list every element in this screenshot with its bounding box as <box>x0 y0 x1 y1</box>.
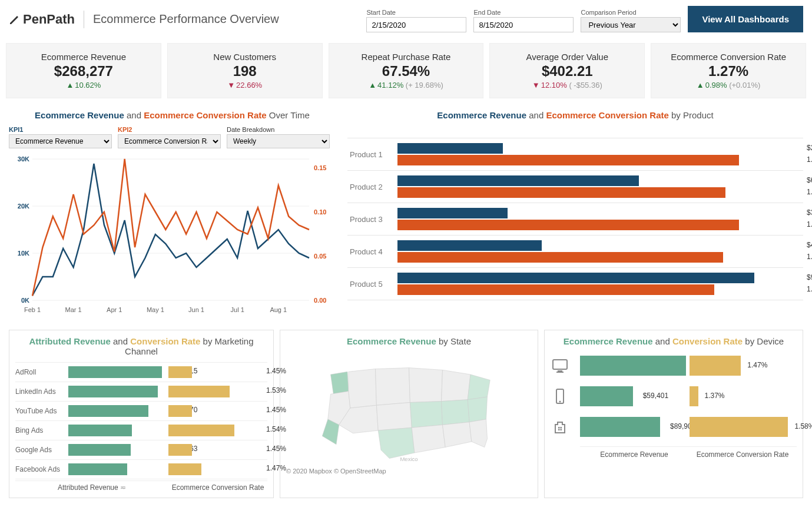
kpi-card: Ecommerce Conversion Rate 1.27% 0.98% (+… <box>651 43 806 98</box>
svg-text:May 1: May 1 <box>147 306 164 313</box>
kpi1-select[interactable]: Ecommerce Revenue <box>9 134 112 148</box>
svg-text:0.00: 0.00 <box>314 297 326 304</box>
device-row: $118,971 1.47% <box>551 354 797 377</box>
product-label: Product 1 <box>347 150 397 159</box>
marketing-label: YouTube Ads <box>15 407 68 415</box>
product-label: Product 3 <box>347 215 397 224</box>
marketing-label: AdRoll <box>15 368 68 376</box>
kpi2-label: KPI2 <box>118 126 221 133</box>
start-date-label: Start Date <box>366 9 466 16</box>
kpi-label: Average Order Value <box>496 52 638 62</box>
svg-text:0.05: 0.05 <box>314 253 326 260</box>
svg-text:0K: 0K <box>21 297 29 304</box>
svg-text:20K: 20K <box>18 203 29 210</box>
svg-text:Mexico: Mexico <box>400 456 417 462</box>
product-label: Product 4 <box>347 247 397 256</box>
bottom-row: Attributed Revenue and Conversion Rate b… <box>0 324 812 507</box>
svg-text:Apr 1: Apr 1 <box>107 306 122 313</box>
svg-rect-26 <box>561 427 562 429</box>
kpi-card: Repeat Purchase Rate 67.54% 41.12% (+ 19… <box>329 43 484 98</box>
svg-rect-27 <box>558 429 560 431</box>
svg-text:30K: 30K <box>18 155 29 163</box>
marketing-label: Bing Ads <box>15 426 68 435</box>
date-controls: Start Date End Date Comparison Period Pr… <box>366 6 803 32</box>
svg-rect-25 <box>558 427 560 429</box>
marketing-panel: Attributed Revenue and Conversion Rate b… <box>9 330 274 498</box>
start-date-input[interactable] <box>366 17 466 32</box>
svg-text:0.10: 0.10 <box>314 208 326 216</box>
mobile-icon <box>551 387 574 406</box>
time-chart-selectors: KPI1 Ecommerce Revenue KPI2 Ecommerce Co… <box>9 126 336 148</box>
time-chart-panel: Ecommerce Revenue and Ecommerce Conversi… <box>9 110 336 318</box>
svg-text:Mar 1: Mar 1 <box>65 306 82 313</box>
page-title: Ecommerce Performance Overview <box>93 12 357 26</box>
marketing-row: Facebook Ads $35,128 1.47% <box>15 459 267 479</box>
kpi-label: Repeat Purchase Rate <box>335 52 478 62</box>
shopping-bag-icon <box>551 417 574 436</box>
svg-text:Feb 1: Feb 1 <box>24 306 41 313</box>
product-row: Product 5 $99,944 1.42% <box>347 267 803 300</box>
product-row: Product 1 $29,503 1.53% <box>347 138 803 170</box>
map-attribution: © 2020 Mapbox © OpenStreetMap <box>286 468 532 475</box>
breakdown-label: Date Breakdown <box>227 126 330 133</box>
end-date-label: End Date <box>473 9 574 16</box>
kpi-value: $402.21 <box>496 63 638 79</box>
time-series-chart: 0K10K20K30K0.000.050.100.15Feb 1Mar 1Apr… <box>9 153 336 318</box>
kpi-card: Average Order Value $402.21 12.10% ( -$5… <box>489 43 645 98</box>
marketing-rows: AdRoll $56,115 1.45%LinkedIn Ads $53,483… <box>15 362 267 479</box>
device-title: Ecommerce Revenue and Conversion Rate by… <box>551 336 797 346</box>
kpi2-select[interactable]: Ecommerce Conversion Rate <box>118 134 221 148</box>
device-row: $89,905 1.58% <box>551 416 797 438</box>
kpi-label: Ecommerce Conversion Rate <box>657 52 800 62</box>
product-row: Product 3 $30,869 1.53% <box>347 203 803 235</box>
kpi-card: New Customers 198 22.66% <box>167 43 323 98</box>
device-panel: Ecommerce Revenue and Conversion Rate by… <box>544 330 803 498</box>
marketing-title: Attributed Revenue and Conversion Rate b… <box>15 336 267 356</box>
kpi-card: Ecommerce Revenue $268,277 10.62% <box>6 43 161 98</box>
comparison-select[interactable]: Previous Year <box>581 17 681 32</box>
product-chart-panel: Ecommerce Revenue and Ecommerce Conversi… <box>347 110 803 318</box>
product-row: Product 4 $40,404 1.46% <box>347 235 803 267</box>
svg-text:10K: 10K <box>18 250 29 257</box>
kpi2-group: KPI2 Ecommerce Conversion Rate <box>118 126 221 148</box>
kpi-value: 67.54% <box>335 63 478 79</box>
product-row: Product 2 $67,557 1.47% <box>347 170 803 203</box>
logo-icon <box>9 14 21 25</box>
start-date-field: Start Date <box>366 9 466 32</box>
divider <box>84 11 84 28</box>
kpi1-label: KPI1 <box>9 126 112 133</box>
device-row: $59,401 1.37% <box>551 385 797 407</box>
product-label: Product 5 <box>347 280 397 289</box>
kpi1-group: KPI1 Ecommerce Revenue <box>9 126 112 148</box>
kpi-label: New Customers <box>174 52 316 62</box>
comparison-field: Comparison Period Previous Year <box>581 9 681 32</box>
kpi-value: $268,277 <box>12 63 155 79</box>
svg-text:Jul 1: Jul 1 <box>231 306 244 313</box>
kpi-delta: 10.62% <box>12 81 155 90</box>
marketing-label: Google Ads <box>15 446 68 454</box>
svg-rect-20 <box>553 360 567 369</box>
marketing-label: LinkedIn Ads <box>15 387 68 396</box>
breakdown-group: Date Breakdown Weekly <box>227 126 330 148</box>
breakdown-select[interactable]: Weekly <box>227 134 330 148</box>
logo: PenPath <box>9 12 75 27</box>
marketing-row: Bing Ads $38,219 1.54% <box>15 420 267 440</box>
view-dashboards-button[interactable]: View All Dashboards <box>688 6 803 32</box>
product-label: Product 2 <box>347 183 397 191</box>
time-chart-title: Ecommerce Revenue and Ecommerce Conversi… <box>9 110 336 120</box>
us-map: Mexico <box>286 352 532 464</box>
marketing-label: Facebook Ads <box>15 465 68 473</box>
end-date-input[interactable] <box>473 17 574 32</box>
kpi-delta: 0.98% (+0.01%) <box>657 81 800 90</box>
header: PenPath Ecommerce Performance Overview S… <box>0 0 812 38</box>
end-date-field: End Date <box>473 9 574 32</box>
kpi-value: 1.27% <box>657 63 800 79</box>
svg-rect-21 <box>558 370 562 372</box>
kpi-value: 198 <box>174 63 316 79</box>
device-legend: Ecommerce Revenue Ecommerce Conversion R… <box>580 446 797 459</box>
map-title: Ecommerce Revenue by State <box>286 336 532 346</box>
logo-text: PenPath <box>23 12 75 27</box>
middle-row: Ecommerce Revenue and Ecommerce Conversi… <box>0 98 812 324</box>
kpi-delta: 41.12% (+ 19.68%) <box>335 81 478 90</box>
marketing-row: AdRoll $56,115 1.45% <box>15 362 267 382</box>
